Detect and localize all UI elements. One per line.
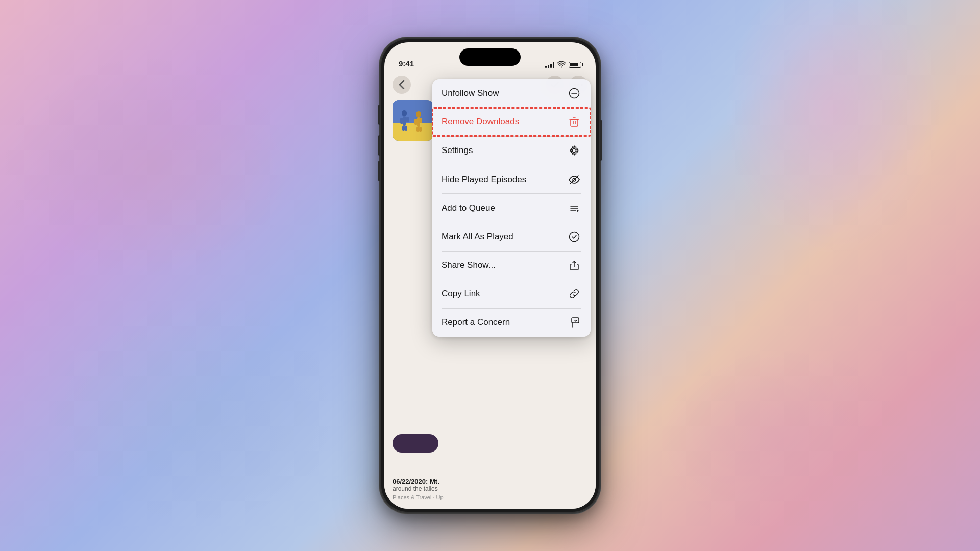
menu-item-copy-link[interactable]: Copy Link bbox=[432, 280, 591, 308]
minus-circle-icon bbox=[567, 86, 581, 101]
gear-icon bbox=[567, 143, 581, 158]
report-concern-label: Report a Concern bbox=[442, 317, 510, 328]
menu-item-hide-played[interactable]: Hide Played Episodes bbox=[432, 165, 591, 194]
phone-screen: 9:41 bbox=[384, 42, 596, 509]
app-content: 06/22/2020: Mt. around the talles Places… bbox=[384, 72, 596, 509]
svg-point-24 bbox=[573, 149, 576, 153]
phone-device: 9:41 bbox=[380, 38, 600, 513]
hide-played-label: Hide Played Episodes bbox=[442, 174, 526, 185]
flag-icon bbox=[567, 315, 581, 330]
link-icon bbox=[567, 287, 581, 301]
menu-item-remove-downloads[interactable]: Remove Downloads bbox=[432, 108, 591, 136]
wifi-icon bbox=[557, 61, 566, 68]
status-icons bbox=[545, 61, 581, 68]
share-show-label: Share Show... bbox=[442, 260, 496, 270]
svg-rect-19 bbox=[571, 119, 578, 126]
add-to-queue-label: Add to Queue bbox=[442, 203, 495, 213]
phone-frame: 9:41 bbox=[380, 38, 600, 513]
eye-slash-icon bbox=[567, 172, 581, 187]
menu-item-share-show[interactable]: Share Show... bbox=[432, 251, 591, 280]
queue-icon bbox=[567, 201, 581, 215]
menu-item-mark-all-played[interactable]: Mark All As Played bbox=[432, 222, 591, 251]
checkmark-circle-icon bbox=[567, 230, 581, 244]
remove-downloads-label: Remove Downloads bbox=[442, 117, 519, 127]
unfollow-show-label: Unfollow Show bbox=[442, 88, 499, 98]
menu-item-settings[interactable]: Settings bbox=[432, 136, 591, 165]
menu-item-add-to-queue[interactable]: Add to Queue bbox=[432, 194, 591, 222]
status-time: 9:41 bbox=[399, 59, 414, 68]
menu-item-unfollow-show[interactable]: Unfollow Show bbox=[432, 79, 591, 108]
svg-marker-30 bbox=[577, 209, 579, 212]
share-icon bbox=[567, 258, 581, 272]
mark-all-played-label: Mark All As Played bbox=[442, 232, 513, 242]
battery-icon bbox=[569, 62, 581, 68]
menu-item-report-concern[interactable]: Report a Concern bbox=[432, 308, 591, 337]
dynamic-island bbox=[459, 48, 521, 66]
settings-label: Settings bbox=[442, 145, 473, 156]
svg-point-31 bbox=[570, 232, 579, 241]
context-menu: Unfollow Show Remove Downloads bbox=[432, 79, 591, 337]
signal-icon bbox=[545, 62, 554, 68]
copy-link-label: Copy Link bbox=[442, 289, 480, 299]
trash-icon bbox=[567, 115, 581, 129]
